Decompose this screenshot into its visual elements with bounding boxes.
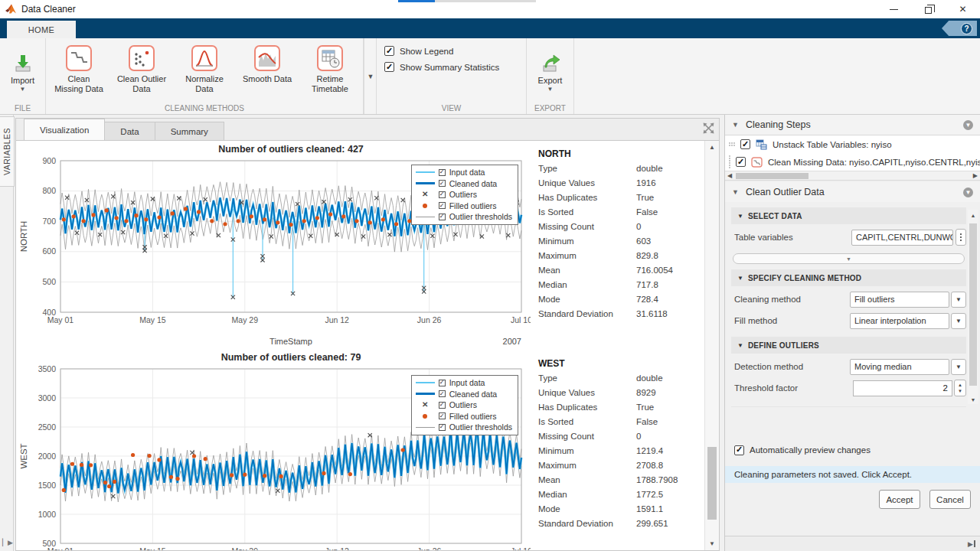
legend-label: Cleaned data — [449, 390, 497, 399]
stat-row: Standard Deviation299.651 — [538, 519, 701, 533]
legend-checkbox[interactable] — [439, 169, 446, 176]
export-button[interactable]: Export ▼ — [530, 48, 571, 93]
step-checkbox[interactable] — [740, 139, 750, 149]
legend-checkbox[interactable] — [439, 214, 446, 220]
minimize-button[interactable] — [877, 0, 911, 18]
clean-outlier-data-header[interactable]: ▼ Clean Outlier Data ▼ — [725, 182, 980, 202]
ribbon-button-normalize[interactable]: NormalizeData — [173, 41, 236, 100]
tab-visualization[interactable]: Visualization — [24, 119, 105, 140]
dock-expand-icon[interactable]: ▶ — [968, 540, 973, 548]
tab-data[interactable]: Data — [104, 122, 155, 140]
params-scrollbar-thumb[interactable] — [969, 223, 977, 386]
threshold-factor-input[interactable]: 2 — [853, 380, 952, 396]
cancel-button[interactable]: Cancel — [929, 490, 971, 509]
checkbox-icon[interactable] — [384, 62, 394, 72]
cleaning-method-icon — [254, 45, 280, 71]
ribbon-button-clean[interactable]: CleanMissing Data — [47, 41, 110, 100]
variables-strip: VARIABLES ▏▶ — [0, 115, 14, 551]
chart-north[interactable]: Number of outliers cleaned: 427400500600… — [16, 141, 531, 349]
outlier-marker-icon: ✕ — [416, 401, 435, 409]
step-checkbox[interactable] — [736, 157, 746, 167]
legend-row[interactable]: ✕Outliers — [416, 189, 512, 201]
chart-north-legend[interactable]: Input dataCleaned data✕OutliersFilled ou… — [411, 165, 518, 225]
legend-checkbox[interactable] — [439, 180, 446, 187]
legend-checkbox[interactable] — [439, 424, 446, 431]
legend-row[interactable]: Cleaned data — [416, 389, 512, 400]
legend-row[interactable]: Outlier thresholds — [416, 211, 512, 223]
view-checkbox-row[interactable]: Show Legend — [384, 46, 518, 56]
ribbon-button-retime[interactable]: RetimeTimetable — [299, 41, 361, 100]
legend-row[interactable]: ✕Outliers — [416, 399, 512, 411]
collapse-icon[interactable]: ▼ — [732, 121, 739, 129]
hscrollbar-thumb[interactable] — [736, 173, 808, 179]
cleaning-method-icon — [129, 45, 155, 71]
cleaning-steps-header[interactable]: ▼ Cleaning Steps ▼ — [725, 115, 980, 135]
panel-options-icon[interactable]: ▼ — [963, 187, 973, 197]
table-variables-input[interactable]: CAPITL,CENTRL,DUNWOD — [851, 230, 953, 246]
legend-checkbox[interactable] — [439, 390, 446, 397]
legend-row[interactable]: Filled outliers — [416, 411, 512, 422]
legend-checkbox[interactable] — [439, 380, 446, 386]
variables-tab[interactable]: VARIABLES — [0, 116, 15, 187]
cleaning-method-select[interactable]: Fill outliers — [850, 292, 949, 308]
section-specify-cleaning-method[interactable]: ▼SPECIFY CLEANING METHOD — [731, 269, 966, 286]
collapse-icon[interactable]: ▼ — [732, 188, 739, 196]
legend-row[interactable]: Cleaned data — [416, 178, 512, 190]
close-button[interactable]: ✕ — [946, 0, 980, 18]
import-button[interactable]: Import ▼ — [2, 48, 44, 93]
legend-row[interactable]: Input data — [416, 377, 512, 389]
detection-method-dropdown-icon[interactable]: ▼ — [951, 359, 966, 375]
ribbon-button-smooth-data[interactable]: Smooth Data — [236, 41, 299, 100]
accept-button[interactable]: Accept — [879, 490, 920, 509]
variables-expand-icon[interactable]: ▏▶ — [2, 539, 13, 546]
table-variables-options-button[interactable] — [956, 229, 966, 246]
detection-method-select[interactable]: Moving median — [850, 359, 949, 375]
chart-west[interactable]: Number of outliers cleaned: 795001000150… — [16, 349, 531, 550]
scroll-up-icon[interactable]: ▲ — [705, 144, 719, 151]
stat-label: Mode — [538, 295, 636, 309]
legend-label: Input data — [449, 168, 485, 177]
legend-row[interactable]: Outlier thresholds — [416, 422, 512, 433]
cleaning-step-row[interactable]: Clean Missing Data: nyiso.CAPITL,nyiso.C… — [725, 153, 980, 171]
legend-checkbox[interactable] — [439, 202, 446, 209]
ribbon-button-clean-outlier[interactable]: Clean OutlierData — [110, 41, 173, 100]
cleaning-method-dropdown-icon[interactable]: ▼ — [951, 292, 966, 308]
scroll-up-icon[interactable]: ▲ — [968, 213, 978, 218]
legend-row[interactable]: Filled outliers — [416, 201, 512, 212]
chart-west-legend[interactable]: Input dataCleaned data✕OutliersFilled ou… — [411, 375, 518, 435]
scroll-right-icon[interactable]: ▶ — [973, 171, 978, 180]
params-vertical-scrollbar[interactable]: ▲ ▼ — [968, 210, 978, 404]
checkbox-icon[interactable] — [384, 46, 394, 56]
section-define-outliers[interactable]: ▼DEFINE OUTLIERS — [731, 337, 966, 354]
scrollbar-thumb[interactable] — [707, 447, 717, 520]
scroll-left-icon[interactable]: ◀ — [727, 171, 732, 180]
stat-row: Is SortedFalse — [538, 207, 701, 222]
drag-handle-icon[interactable] — [729, 155, 730, 168]
section-moving-window[interactable]: ▼MOVING WINDOW — [731, 406, 966, 407]
help-button[interactable]: ? — [942, 21, 977, 36]
section-select-data[interactable]: ▼SELECT DATA — [731, 207, 966, 224]
variables-dropdown-collapsed[interactable]: ▼ — [733, 253, 965, 264]
steps-horizontal-scrollbar[interactable]: ◀ ▶ — [725, 171, 980, 181]
fill-method-select[interactable]: Linear interpolation — [850, 313, 949, 329]
maximize-icon[interactable] — [703, 122, 714, 134]
drag-handle-icon[interactable] — [729, 142, 735, 146]
threshold-factor-stepper[interactable]: ▲▼ — [954, 380, 966, 396]
stat-row: Has DuplicatesTrue — [538, 193, 701, 207]
scroll-down-icon[interactable]: ▼ — [705, 540, 719, 547]
panel-options-icon[interactable]: ▼ — [963, 120, 973, 130]
legend-checkbox[interactable] — [439, 412, 446, 419]
tab-home[interactable]: HOME — [6, 20, 77, 38]
scroll-down-icon[interactable]: ▼ — [968, 397, 978, 403]
view-checkbox-row[interactable]: Show Summary Statistics — [384, 62, 518, 72]
legend-row[interactable]: Input data — [416, 167, 512, 178]
gallery-expand-button[interactable]: ▼ — [364, 38, 377, 114]
fill-method-dropdown-icon[interactable]: ▼ — [951, 313, 966, 329]
tab-summary[interactable]: Summary — [155, 122, 224, 140]
legend-checkbox[interactable] — [439, 402, 446, 409]
auto-preview-checkbox[interactable] — [734, 445, 744, 455]
legend-checkbox[interactable] — [439, 191, 446, 198]
restore-button[interactable] — [911, 0, 946, 18]
content-vertical-scrollbar[interactable]: ▲ ▼ — [704, 141, 719, 550]
cleaning-step-row[interactable]: Unstack Table Variables: nyiso — [725, 135, 980, 153]
